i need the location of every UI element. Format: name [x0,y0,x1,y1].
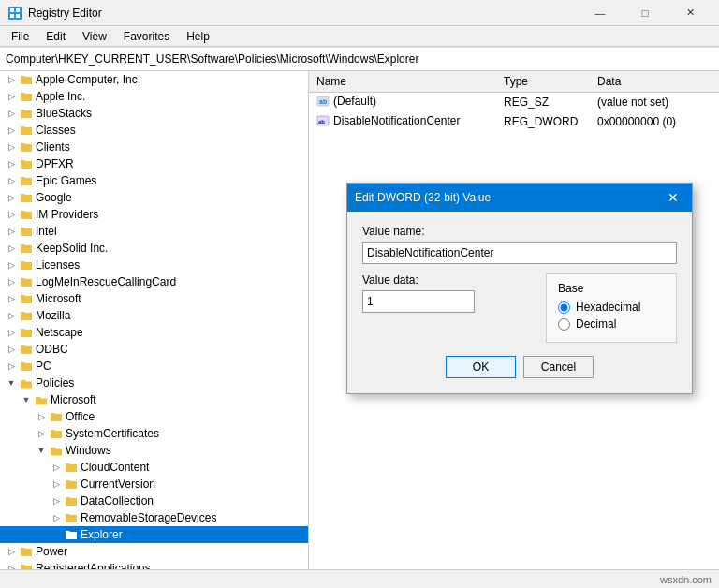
value-data-label: Value data: [362,273,535,287]
dialog-close-button[interactable]: ✕ [662,186,684,209]
modal-overlay: Edit DWORD (32-bit) Value ✕ Value name: … [0,0,719,588]
value-name-label: Value name: [362,225,677,238]
value-name-input[interactable] [362,242,677,264]
cancel-button[interactable]: Cancel [523,356,594,378]
value-data-section: Value data: [362,273,535,343]
dialog-buttons: OK Cancel [362,356,677,382]
dialog-row: Value data: Base Hexadecimal Decimal [362,273,677,343]
decimal-label: Decimal [576,317,616,331]
hexadecimal-label: Hexadecimal [576,301,640,314]
radio-decimal[interactable]: Decimal [558,317,665,331]
radio-hexadecimal[interactable]: Hexadecimal [558,301,665,314]
value-data-input[interactable] [362,290,475,313]
edit-dword-dialog: Edit DWORD (32-bit) Value ✕ Value name: … [346,183,693,394]
base-label: Base [558,282,665,295]
dialog-body: Value name: Value data: Base Hexadecimal… [347,212,692,393]
dialog-title-bar: Edit DWORD (32-bit) Value ✕ [347,184,692,212]
dialog-title: Edit DWORD (32-bit) Value [355,191,491,204]
ok-button[interactable]: OK [446,356,516,378]
base-section: Base Hexadecimal Decimal [546,273,677,343]
hexadecimal-radio[interactable] [558,301,570,314]
decimal-radio[interactable] [558,318,570,331]
